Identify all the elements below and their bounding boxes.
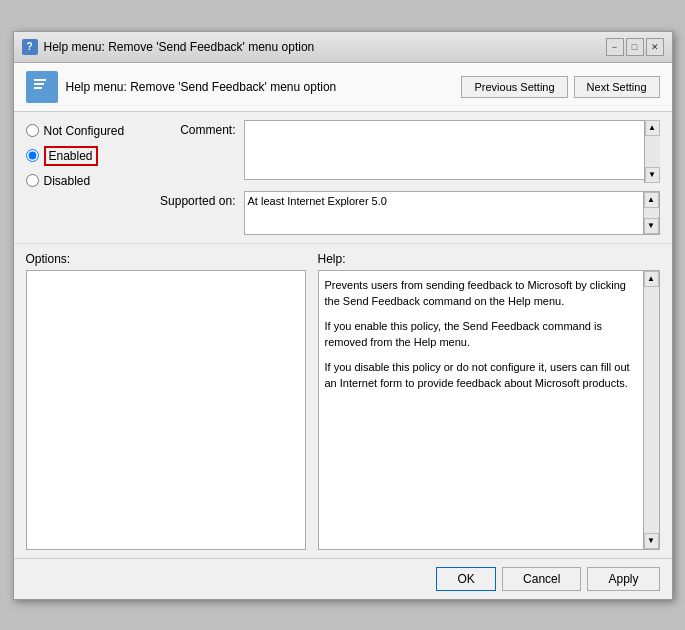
help-paragraph-2: If you enable this policy, the Send Feed… bbox=[325, 318, 639, 351]
disabled-option[interactable]: Disabled bbox=[26, 174, 146, 188]
supported-label: Supported on: bbox=[156, 191, 236, 208]
enabled-label: Enabled bbox=[44, 146, 98, 166]
scroll-up-arrow[interactable]: ▲ bbox=[645, 120, 660, 136]
comment-label: Comment: bbox=[156, 120, 236, 137]
scroll-track bbox=[645, 136, 660, 167]
not-configured-option[interactable]: Not Configured bbox=[26, 124, 146, 138]
top-section: Not Configured Enabled Disabled Comment: bbox=[14, 112, 672, 244]
supported-scroll-track bbox=[644, 208, 659, 218]
apply-button[interactable]: Apply bbox=[587, 567, 659, 591]
right-section: Comment: ▲ ▼ Supported on: At least Inte… bbox=[156, 120, 660, 235]
help-box: Prevents users from sending feedback to … bbox=[318, 270, 660, 550]
svg-rect-1 bbox=[34, 79, 46, 81]
comment-textarea[interactable] bbox=[244, 120, 660, 180]
svg-rect-3 bbox=[34, 87, 42, 89]
dialog-footer: OK Cancel Apply bbox=[14, 558, 672, 599]
enabled-radio[interactable] bbox=[26, 149, 39, 162]
supported-scroll-down[interactable]: ▼ bbox=[644, 218, 659, 234]
bottom-section: Options: Help: Prevents users from sendi… bbox=[14, 244, 672, 558]
dialog-header: Help menu: Remove 'Send Feedback' menu o… bbox=[14, 63, 672, 112]
ok-button[interactable]: OK bbox=[436, 567, 496, 591]
title-bar: ? Help menu: Remove 'Send Feedback' menu… bbox=[14, 32, 672, 63]
window-icon: ? bbox=[22, 39, 38, 55]
svg-rect-2 bbox=[34, 83, 44, 85]
supported-scroll-up[interactable]: ▲ bbox=[644, 192, 659, 208]
comment-scrollbar[interactable]: ▲ ▼ bbox=[644, 120, 660, 183]
maximize-button[interactable]: □ bbox=[626, 38, 644, 56]
help-scroll-track bbox=[644, 287, 659, 533]
help-paragraph-1: Prevents users from sending feedback to … bbox=[325, 277, 639, 310]
help-panel: Help: Prevents users from sending feedba… bbox=[318, 252, 660, 550]
header-nav-buttons: Previous Setting Next Setting bbox=[461, 76, 659, 98]
next-setting-button[interactable]: Next Setting bbox=[574, 76, 660, 98]
supported-row: Supported on: At least Internet Explorer… bbox=[156, 191, 660, 235]
not-configured-label: Not Configured bbox=[44, 124, 125, 138]
dialog-header-left: Help menu: Remove 'Send Feedback' menu o… bbox=[26, 71, 337, 103]
cancel-button[interactable]: Cancel bbox=[502, 567, 581, 591]
scroll-down-arrow[interactable]: ▼ bbox=[645, 167, 660, 183]
help-scrollbar[interactable]: ▲ ▼ bbox=[643, 271, 659, 549]
disabled-radio[interactable] bbox=[26, 174, 39, 187]
help-label: Help: bbox=[318, 252, 660, 266]
not-configured-radio[interactable] bbox=[26, 124, 39, 137]
window-title: Help menu: Remove 'Send Feedback' menu o… bbox=[44, 40, 315, 54]
dialog-title: Help menu: Remove 'Send Feedback' menu o… bbox=[66, 80, 337, 94]
minimize-button[interactable]: − bbox=[606, 38, 624, 56]
dialog-window: ? Help menu: Remove 'Send Feedback' menu… bbox=[13, 31, 673, 600]
policy-icon bbox=[26, 71, 58, 103]
help-paragraph-3: If you disable this policy or do not con… bbox=[325, 359, 639, 392]
enabled-option[interactable]: Enabled bbox=[26, 146, 146, 166]
supported-box: At least Internet Explorer 5.0 ▲ ▼ bbox=[244, 191, 660, 235]
supported-scrollbar[interactable]: ▲ ▼ bbox=[643, 192, 659, 234]
comment-row: Comment: ▲ ▼ bbox=[156, 120, 660, 183]
close-button[interactable]: ✕ bbox=[646, 38, 664, 56]
options-label: Options: bbox=[26, 252, 306, 266]
radio-group: Not Configured Enabled Disabled bbox=[26, 120, 146, 235]
options-box bbox=[26, 270, 306, 550]
supported-value: At least Internet Explorer 5.0 bbox=[248, 195, 387, 207]
title-buttons: − □ ✕ bbox=[606, 38, 664, 56]
disabled-label: Disabled bbox=[44, 174, 91, 188]
help-scroll-down[interactable]: ▼ bbox=[644, 533, 659, 549]
previous-setting-button[interactable]: Previous Setting bbox=[461, 76, 567, 98]
title-bar-left: ? Help menu: Remove 'Send Feedback' menu… bbox=[22, 39, 315, 55]
help-scroll-up[interactable]: ▲ bbox=[644, 271, 659, 287]
dialog-body: Not Configured Enabled Disabled Comment: bbox=[14, 112, 672, 558]
options-panel: Options: bbox=[26, 252, 306, 550]
